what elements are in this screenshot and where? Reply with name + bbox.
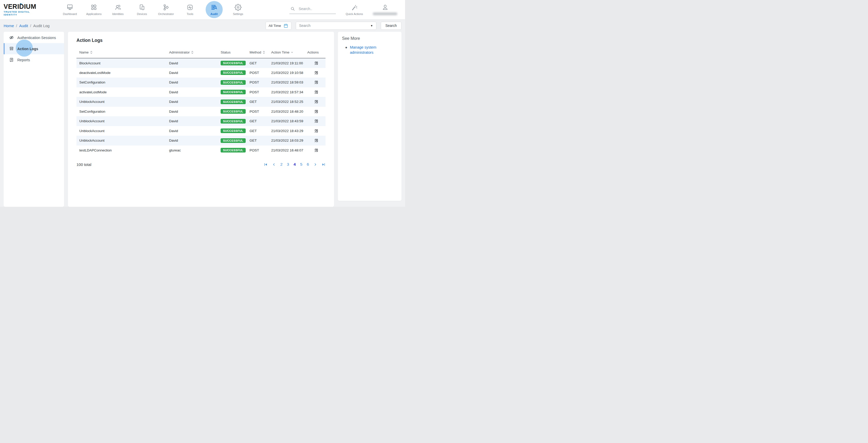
page-link-current[interactable]: 4: [293, 162, 296, 167]
previous-page-button[interactable]: [272, 163, 276, 167]
status-badge: SUCCESSFUL: [221, 109, 246, 114]
logo-check-icon: [19, 2, 24, 6]
cell-method: POST: [250, 87, 271, 97]
column-header-name[interactable]: Name: [76, 48, 169, 58]
next-page-button[interactable]: [313, 163, 317, 167]
table-row: activateLostMode David SUCCESSFUL POST 2…: [76, 87, 326, 97]
open-details-icon[interactable]: [314, 99, 318, 104]
user-menu[interactable]: [373, 4, 397, 15]
last-page-button[interactable]: [322, 163, 326, 167]
nav-label: Dashboard: [63, 12, 77, 16]
user-name-redacted: [373, 12, 397, 15]
calendar-icon: [283, 23, 288, 28]
open-details-icon[interactable]: [314, 109, 318, 114]
table-row: BlockAccount David SUCCESSFUL GET 21/03/…: [76, 58, 326, 68]
nav-item-devices[interactable]: Devices: [130, 0, 154, 19]
table-row: deactivateLostMode David SUCCESSFUL POST…: [76, 68, 326, 78]
filter-controls: All Time Search ▼ Search: [266, 22, 401, 30]
nav-label: Orchestrator: [158, 12, 174, 16]
cell-action-time: 21/03/2022 19:11:00: [271, 58, 307, 68]
cell-name: UnblockAccount: [76, 126, 169, 136]
veridium-logo[interactable]: VERIDIUM TRUSTED DIGITAL IDENTITY: [4, 3, 42, 16]
nav-item-applications[interactable]: Applications: [82, 0, 106, 19]
cell-action-time: 21/03/2022 19:10:58: [271, 68, 307, 78]
sidebar-item-authentication-sessions[interactable]: Authentication Sessions: [4, 32, 64, 43]
column-header-status[interactable]: Status: [221, 48, 250, 58]
search-field-dropdown[interactable]: Search ▼: [296, 22, 376, 30]
cell-name: BlockAccount: [76, 58, 169, 68]
search-submit-button[interactable]: Search: [381, 22, 401, 30]
applications-icon: [90, 4, 97, 11]
dashboard-icon: [66, 4, 73, 11]
sidebar-item-label: Action Logs: [17, 47, 38, 51]
page-layout: Authentication Sessions Action Logs Repo…: [0, 32, 405, 207]
identities-icon: [115, 4, 121, 11]
page-link[interactable]: 2: [280, 162, 283, 167]
breadcrumb-current: Audit Log: [33, 24, 50, 28]
open-details-icon[interactable]: [314, 90, 318, 94]
breadcrumb-separator: /: [30, 24, 31, 28]
open-details-icon[interactable]: [314, 61, 318, 65]
action-logs-icon: [9, 46, 14, 51]
open-details-icon[interactable]: [314, 148, 318, 152]
global-search-input[interactable]: [299, 7, 332, 11]
cell-method: POST: [250, 146, 271, 155]
nav-item-audit[interactable]: Audit: [202, 0, 226, 19]
audit-sidebar: Authentication Sessions Action Logs Repo…: [4, 32, 64, 207]
nav-item-orchestrator[interactable]: Orchestrator: [154, 0, 178, 19]
status-badge: SUCCESSFUL: [221, 61, 246, 65]
cell-administrator: David: [169, 116, 221, 126]
table-row: UnblockAccount David SUCCESSFUL GET 21/0…: [76, 136, 326, 146]
sidebar-item-reports[interactable]: Reports: [4, 54, 64, 65]
veridium-admin-app: VERIDIUM TRUSTED DIGITAL IDENTITY Dashbo…: [0, 0, 405, 207]
page-link[interactable]: 5: [300, 162, 303, 167]
manage-system-administrators-link[interactable]: Manage system administrators: [350, 45, 382, 55]
search-icon: [290, 6, 295, 11]
breadcrumb-home-link[interactable]: Home: [4, 24, 14, 28]
column-header-action-time[interactable]: Action Time: [271, 48, 307, 58]
status-badge: SUCCESSFUL: [221, 138, 246, 143]
nav-item-identities[interactable]: Identities: [106, 0, 130, 19]
top-bar: VERIDIUM TRUSTED DIGITAL IDENTITY Dashbo…: [0, 0, 405, 19]
sort-both-icon: [263, 51, 265, 54]
page-link[interactable]: 3: [287, 162, 289, 167]
sidebar-item-action-logs[interactable]: Action Logs: [4, 43, 64, 54]
open-details-icon[interactable]: [314, 80, 318, 85]
status-badge: SUCCESSFUL: [221, 99, 246, 104]
nav-item-dashboard[interactable]: Dashboard: [58, 0, 82, 19]
breadcrumb-audit-link[interactable]: Audit: [19, 24, 28, 28]
cell-administrator: David: [169, 68, 221, 78]
open-details-icon[interactable]: [314, 119, 318, 123]
page-link[interactable]: 6: [307, 162, 309, 167]
open-details-icon[interactable]: [314, 129, 318, 133]
quick-actions-button[interactable]: Quick Actions: [346, 4, 363, 16]
sidebar-item-label: Reports: [17, 58, 30, 62]
nav-label: Settings: [233, 12, 243, 16]
cell-action-time: 21/03/2022 18:48:20: [271, 107, 307, 117]
breadcrumb-separator: /: [16, 24, 17, 28]
first-page-button[interactable]: [264, 163, 268, 167]
cell-method: GET: [250, 136, 271, 146]
cell-name: SetConfiguration: [76, 107, 169, 117]
global-search: [289, 5, 336, 14]
table-row: UnblockAccount David SUCCESSFUL GET 21/0…: [76, 126, 326, 136]
open-details-icon[interactable]: [314, 138, 318, 143]
table-row: testLDAPConnection gtureac SUCCESSFUL PO…: [76, 146, 326, 155]
cell-name: deactivateLostMode: [76, 68, 169, 78]
open-details-icon[interactable]: [314, 70, 318, 75]
nav-label: Identities: [112, 12, 123, 16]
column-header-method[interactable]: Method: [250, 48, 271, 58]
nav-item-settings[interactable]: Settings: [226, 0, 250, 19]
total-count: 100 total: [76, 162, 91, 167]
see-more-panel: See More ● Manage system administrators: [338, 32, 401, 201]
table-header-row: Name Administrator Status Method Action …: [76, 48, 326, 58]
nav-item-tools[interactable]: Tools: [178, 0, 202, 19]
cell-name: SetConfiguration: [76, 78, 169, 87]
nav-label: Audit: [210, 12, 218, 16]
bullet-icon: ●: [345, 45, 347, 55]
cell-action-time: 21/03/2022 18:59:03: [271, 78, 307, 87]
breadcrumb: Home / Audit / Audit Log: [4, 24, 50, 28]
cell-administrator: David: [169, 87, 221, 97]
column-header-administrator[interactable]: Administrator: [169, 48, 221, 58]
time-filter-button[interactable]: All Time: [266, 22, 291, 30]
